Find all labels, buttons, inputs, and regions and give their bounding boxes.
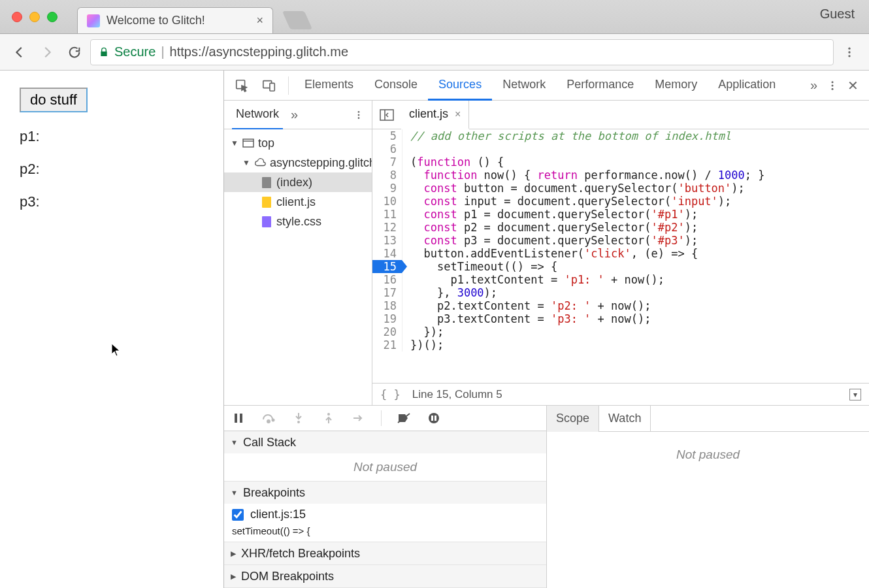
p1-label: p1:	[20, 128, 204, 145]
section-title: Call Stack	[243, 436, 296, 449]
document-icon	[262, 177, 271, 188]
p3-label: p3:	[20, 193, 204, 210]
browser-toolbar: Secure | https://asyncstepping.glitch.me	[0, 34, 869, 71]
file-tree: ▼ top ▼ asyncstepping.glitch.me (index)	[224, 129, 372, 235]
tab-memory[interactable]: Memory	[644, 71, 708, 101]
breakpoint-code: setTimeout(() => {	[224, 525, 546, 542]
section-title: Breakpoints	[243, 486, 305, 500]
cloud-icon	[254, 157, 266, 169]
do-stuff-button[interactable]: do stuff	[20, 88, 88, 112]
svg-point-19	[267, 420, 270, 423]
svg-point-10	[358, 114, 360, 116]
navigator-more-icon[interactable]: »	[291, 107, 298, 122]
svg-point-6	[832, 81, 834, 83]
tab-title: Welcome to Glitch!	[107, 14, 205, 27]
maximize-window-button[interactable]	[47, 12, 57, 22]
secure-label: Secure	[114, 44, 156, 59]
step-button	[351, 410, 367, 426]
forward-button	[35, 41, 59, 64]
svg-point-20	[297, 421, 300, 423]
step-out-button	[321, 410, 336, 426]
address-bar[interactable]: Secure | https://asyncstepping.glitch.me	[90, 39, 834, 65]
section-dom-breakpoints: ▶DOM Breakpoints	[224, 565, 546, 588]
sources-navigator: Network » ▼ top ▼ asyncstepp	[224, 101, 372, 405]
svg-rect-24	[431, 416, 433, 421]
editor-file-name: client.js	[409, 107, 448, 121]
url-separator: |	[161, 44, 164, 59]
lock-icon	[99, 47, 109, 57]
browser-tab[interactable]: Welcome to Glitch! ×	[77, 7, 273, 33]
tab-performance[interactable]: Performance	[556, 71, 644, 101]
svg-rect-12	[243, 139, 254, 147]
svg-point-0	[848, 47, 850, 49]
tab-network[interactable]: Network	[492, 71, 556, 101]
more-tabs-icon[interactable]: »	[810, 78, 817, 93]
url-text: https://asyncstepping.glitch.me	[170, 44, 348, 59]
svg-rect-25	[434, 416, 436, 421]
tab-application[interactable]: Application	[708, 71, 786, 101]
code-area[interactable]: 5// add other scripts at the bottom of i…	[372, 129, 869, 383]
tab-console[interactable]: Console	[364, 71, 428, 101]
svg-point-9	[358, 111, 360, 113]
svg-point-8	[832, 88, 834, 90]
pause-button[interactable]	[231, 410, 246, 426]
editor-file-tab[interactable]: client.js ×	[401, 101, 469, 129]
svg-point-18	[272, 419, 274, 421]
devtools-menu-icon[interactable]	[827, 80, 838, 91]
tree-top-label: top	[258, 137, 274, 150]
svg-point-21	[327, 413, 330, 416]
svg-point-2	[848, 55, 850, 57]
breakpoint-label: client.js:15	[250, 508, 306, 521]
status-dropdown-icon[interactable]: ▾	[849, 389, 861, 400]
section-breakpoints: ▼Breakpoints client.js:15 setTimeout(() …	[224, 482, 546, 542]
new-tab-button[interactable]	[282, 11, 312, 29]
pause-on-exceptions-button[interactable]	[426, 410, 442, 426]
tab-sources[interactable]: Sources	[428, 71, 492, 101]
back-button[interactable]	[8, 41, 31, 64]
step-over-button	[261, 410, 276, 426]
breakpoint-checkbox[interactable]	[232, 509, 244, 521]
tree-file-clientjs[interactable]: client.js	[224, 192, 372, 212]
browser-menu-icon[interactable]	[838, 41, 861, 64]
tree-file-index[interactable]: (index)	[224, 172, 372, 192]
debugger-drawer: ▼Call Stack Not paused ▼Breakpoints clie…	[224, 405, 869, 588]
close-tab-icon[interactable]: ×	[256, 14, 263, 27]
pretty-print-icon[interactable]: { }	[380, 388, 401, 401]
tree-top[interactable]: ▼ top	[224, 133, 372, 153]
call-stack-not-paused: Not paused	[224, 453, 546, 481]
section-call-stack: ▼Call Stack Not paused	[224, 431, 546, 482]
svg-rect-5	[270, 83, 274, 91]
close-devtools-icon[interactable]: ✕	[847, 78, 859, 93]
section-xhr-breakpoints: ▶XHR/fetch Breakpoints	[224, 542, 546, 565]
tree-domain[interactable]: ▼ asyncstepping.glitch.me	[224, 153, 372, 172]
cursor-position: Line 15, Column 5	[412, 388, 502, 401]
debugger-toolbar	[224, 406, 546, 431]
devtools: Elements Console Sources Network Perform…	[224, 71, 869, 588]
device-toggle-icon[interactable]	[258, 74, 280, 97]
code-editor: client.js × 5// add other scripts at the…	[372, 101, 869, 405]
svg-point-1	[848, 51, 850, 53]
tab-watch[interactable]: Watch	[599, 406, 651, 432]
tree-file-label: client.js	[276, 195, 316, 209]
toggle-navigator-icon[interactable]	[375, 103, 399, 127]
browser-tabstrip: Welcome to Glitch! × Guest	[0, 0, 869, 34]
reload-button[interactable]	[63, 41, 86, 64]
navigator-menu-icon[interactable]	[353, 110, 364, 120]
favicon	[87, 14, 100, 27]
svg-point-23	[429, 413, 439, 423]
navigator-tab-network[interactable]: Network	[232, 101, 283, 129]
window-icon	[242, 137, 254, 149]
step-into-button	[291, 410, 306, 426]
section-title: DOM Breakpoints	[241, 570, 334, 583]
close-file-icon[interactable]: ×	[455, 108, 461, 120]
breakpoint-item[interactable]: client.js:15	[224, 504, 546, 525]
tab-scope[interactable]: Scope	[547, 406, 599, 432]
close-window-button[interactable]	[12, 12, 22, 22]
inspect-icon[interactable]	[231, 74, 253, 97]
minimize-window-button[interactable]	[29, 12, 40, 22]
deactivate-breakpoints-button[interactable]	[396, 410, 412, 426]
profile-label[interactable]: Guest	[820, 7, 855, 27]
js-file-icon	[262, 197, 271, 208]
tree-file-stylecss[interactable]: style.css	[224, 212, 372, 231]
tab-elements[interactable]: Elements	[294, 71, 364, 101]
